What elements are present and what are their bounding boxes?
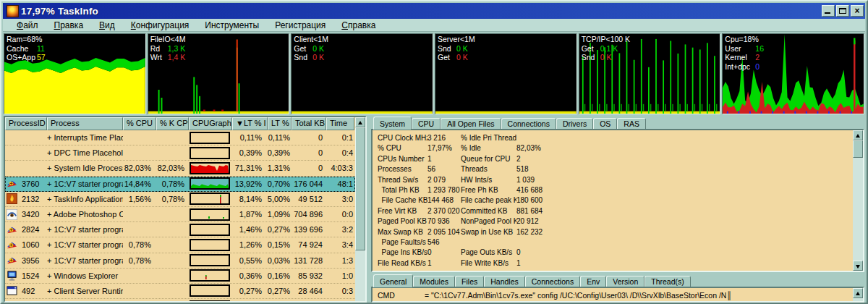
tab-connections[interactable]: Connections: [525, 276, 580, 287]
process-details-scrollbar[interactable]: [853, 288, 863, 301]
maximize-button[interactable]: [836, 5, 849, 17]
process-row-1524[interactable]: 1524+ Windows Explorer0,36%0,16%85 9321:…: [5, 269, 355, 284]
cpu-graph-box: [190, 254, 230, 266]
lt-percent: 0,27%: [232, 284, 268, 298]
tab-all-open-files[interactable]: All Open Files: [441, 118, 501, 129]
cpu-graph-cell: [189, 145, 232, 160]
process-icon-window: [7, 285, 17, 296]
tab-files[interactable]: Files: [455, 276, 484, 287]
graph-labels-tcpip: TCP/IP<100 KGet0,1 KSnd0 K: [582, 35, 630, 62]
info-value: 1 039: [516, 176, 850, 186]
scroll-down-button[interactable]: [853, 261, 863, 271]
process-row[interactable]: + System Idle Process82,03%82,03%71,31%7…: [5, 161, 355, 176]
column-header-time[interactable]: Time: [326, 117, 354, 130]
process-row[interactable]: + Interrupts Time Plac0,11%0,11%00:1: [5, 130, 355, 145]
column-header-process[interactable]: Process: [47, 117, 123, 130]
process-row-3956[interactable]: 3956+ 1C:V7 starter progra0,78%0,55%0,03…: [5, 253, 355, 269]
process-row[interactable]: + DPC Time Placehol0,39%0,39%00:4: [5, 145, 355, 161]
column-header-cpu[interactable]: % CPU: [123, 117, 156, 130]
kernel-cpu-percent: 82,03%: [156, 161, 189, 175]
cpu-percent: 1,56%: [123, 192, 156, 206]
process-name: + Interrupts Time Plac: [47, 130, 123, 145]
graph-labels-server: Server<1MSnd0 KGet0 K: [438, 35, 475, 62]
info-value: 2: [516, 155, 850, 165]
tab-modules[interactable]: Modules: [413, 276, 455, 287]
scroll-thumb[interactable]: [355, 127, 365, 250]
column-header-cpugraph[interactable]: CPUGraph: [189, 117, 232, 130]
system-panel-scrollbar[interactable]: [853, 130, 863, 271]
tab-general[interactable]: General: [373, 274, 413, 287]
total-kb: 1 940: [292, 299, 326, 301]
tab-cpu[interactable]: CPU: [412, 118, 441, 129]
column-header-lti[interactable]: ▼LT % I: [232, 117, 268, 130]
graph-strip: Ram=68%Cache11OS+App57FileIO<4MRd1,3 KWr…: [3, 33, 865, 115]
process-row-4[interactable]: 4+ System0,12%0,12%1 9401:0: [5, 299, 355, 301]
kernel-cpu-percent: [156, 269, 189, 283]
column-header-ltk[interactable]: LT % K: [268, 117, 292, 130]
arrow-up-icon: [856, 292, 860, 295]
scroll-up-button[interactable]: [853, 288, 863, 298]
process-icon-1c: [7, 178, 17, 189]
column-header-processid[interactable]: ProcessID: [5, 117, 47, 130]
process-row-2132[interactable]: 2132+ TaskInfo Application1,56%0,78%8,14…: [5, 192, 355, 207]
menu-item-Правка[interactable]: Правка: [46, 20, 92, 30]
taskinfo-window: 17,97% TaskInfo × ФайлПравкаВидКонфигура…: [0, 0, 868, 304]
info-label: File Write KB/s: [461, 259, 516, 269]
scroll-up-button[interactable]: [853, 130, 863, 140]
column-header-totalkb[interactable]: Total KB: [292, 117, 326, 130]
lt-percent: 1,46%: [232, 222, 268, 237]
graph-value: 1,4 K: [168, 53, 186, 62]
process-table-header: ProcessIDProcess% CPU% K CPUCPUGraph▼LT …: [5, 117, 365, 130]
tab-version[interactable]: Version: [606, 276, 644, 287]
lt-kernel-percent: 0,03%: [268, 253, 292, 268]
tab-connections[interactable]: Connections: [501, 118, 556, 129]
graph-value: 0,1 K: [600, 44, 618, 53]
info-label: Free Virt KB: [378, 207, 427, 217]
app-icon[interactable]: [7, 5, 19, 17]
system-panel: SystemCPUAll Open FilesConnectionsDriver…: [371, 116, 864, 272]
process-id-cell: [5, 145, 47, 160]
info-value: 518: [516, 165, 850, 175]
scroll-thumb[interactable]: [853, 140, 863, 158]
menu-item-Вид[interactable]: Вид: [91, 20, 123, 30]
menu-item-Справка[interactable]: Справка: [333, 20, 383, 30]
process-row-3760[interactable]: 3760+ 1C:V7 starter progra14,84%0,78%13,…: [5, 177, 355, 192]
time: 1:3: [326, 253, 354, 268]
close-button[interactable]: ×: [851, 5, 864, 17]
process-details-panel: GeneralModulesFilesHandlesConnectionsEnv…: [371, 274, 864, 303]
info-value: 2 370 020: [427, 207, 461, 217]
tab-drivers[interactable]: Drivers: [556, 118, 593, 129]
scroll-up-button[interactable]: [355, 117, 365, 127]
menu-item-Регистрация[interactable]: Регистрация: [267, 20, 333, 30]
menu-item-Файл[interactable]: Файл: [9, 20, 46, 30]
process-row-492[interactable]: 492+ Client Server Runtin0,27%0,27%28 46…: [5, 284, 355, 299]
graph-label: Cache: [7, 44, 37, 54]
graph-line: Get0,1 K: [582, 44, 630, 54]
cpu-graph-cell: [189, 299, 232, 301]
process-row-2824[interactable]: 2824+ 1C:V7 starter progra1,46%0,27%139 …: [5, 222, 355, 237]
tab-env[interactable]: Env: [580, 276, 606, 287]
process-table-scrollbar[interactable]: [355, 117, 365, 301]
process-id: 2132: [22, 195, 39, 203]
column-header-kcpu[interactable]: % K CPU: [156, 117, 189, 130]
info-label: CPUs Number: [378, 155, 427, 165]
cpu-graph-box: [190, 177, 230, 190]
process-details-grid: CMD= "C:\1Cv77.Adm\Bin\1cv7s.exe" config…: [378, 291, 850, 301]
minimize-button[interactable]: [822, 5, 835, 17]
menu-item-Конфигурация[interactable]: Конфигурация: [123, 20, 197, 30]
menu-item-Инструменты[interactable]: Инструменты: [197, 20, 267, 30]
cpu-graph-cell: [189, 253, 232, 268]
tab-system[interactable]: System: [373, 117, 412, 130]
tab-thread-s-[interactable]: Thread(s): [644, 276, 691, 287]
tab-ras[interactable]: RAS: [617, 118, 646, 129]
process-id: 1524: [22, 271, 39, 280]
process-row-1060[interactable]: 1060+ 1C:V7 starter progra0,78%1,26%0,15…: [5, 237, 355, 253]
process-name: + Client Server Runtin: [47, 284, 123, 298]
system-panel-content: CPU Clock MHz3 216% Idle Pri Threads% CP…: [371, 129, 864, 272]
tab-handles[interactable]: Handles: [484, 276, 525, 287]
tab-os[interactable]: OS: [593, 118, 617, 129]
lt-kernel-percent: 1,09%: [268, 207, 292, 221]
process-row-3420[interactable]: 3420+ Adobe Photoshop C1,87%1,09%704 896…: [5, 207, 355, 222]
graph-label: Server<1M: [438, 35, 475, 44]
kernel-cpu-percent: [156, 130, 189, 145]
